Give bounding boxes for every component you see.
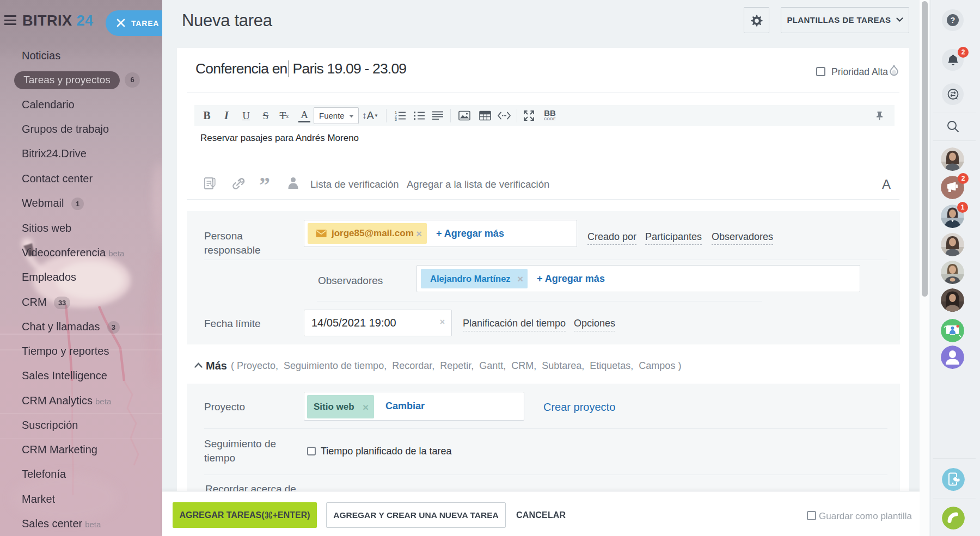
svg-text:3: 3 <box>395 118 397 121</box>
